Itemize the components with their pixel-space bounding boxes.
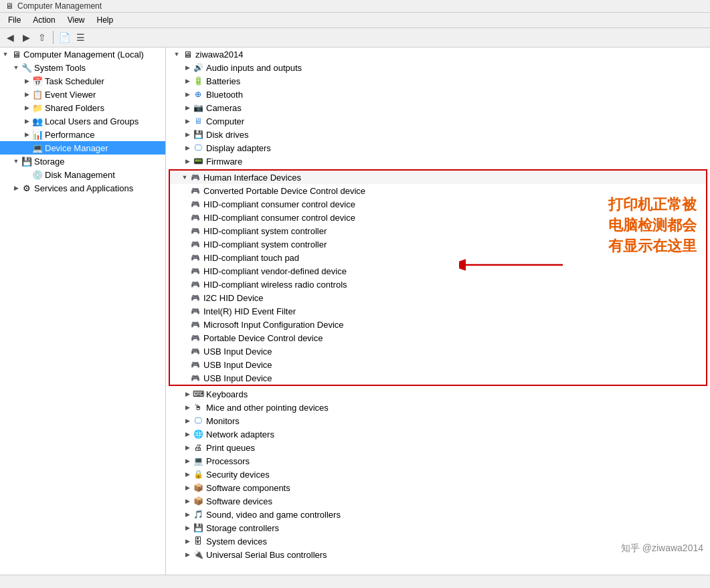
show-hide-button[interactable]: 📄 [57, 30, 72, 45]
menu-help[interactable]: Help [92, 14, 119, 26]
device-print[interactable]: 🖨 Print queues [166, 441, 710, 454]
hid-child-label-10: Intel(R) HID Event Filter [203, 306, 296, 316]
device-disk-drives[interactable]: 💾 Disk drives [166, 128, 710, 141]
hid-vendor[interactable]: 🎮 HID-compliant vendor-defined device [170, 264, 706, 278]
up-button[interactable]: ⇧ [35, 30, 50, 45]
hid-system-1[interactable]: 🎮 HID-compliant system controller [170, 224, 706, 237]
keyboards-label: Keyboards [206, 389, 248, 399]
device-bluetooth[interactable]: ⊕ Bluetooth [166, 88, 710, 101]
menu-file[interactable]: File [3, 14, 26, 26]
cameras-expand [182, 102, 193, 113]
device-computer[interactable]: 🖥 Computer [166, 114, 710, 128]
local-users-label: Local Users and Groups [45, 116, 139, 126]
device-display[interactable]: 🖵 Display adapters [166, 141, 710, 155]
forward-button[interactable]: ▶ [19, 30, 33, 45]
hid-child-icon-4: 🎮 [190, 225, 201, 236]
print-label: Print queues [206, 443, 255, 453]
cameras-icon: 📷 [193, 102, 203, 113]
device-cameras[interactable]: 📷 Cameras [166, 101, 710, 114]
device-network[interactable]: 🌐 Network adapters [166, 427, 710, 441]
back-button[interactable]: ◀ [3, 30, 17, 45]
device-security[interactable]: 🔒 Security devices [166, 468, 710, 481]
menu-action[interactable]: Action [27, 14, 60, 26]
hid-usb-2[interactable]: 🎮 USB Input Device [170, 358, 706, 371]
device-sw-devices[interactable]: 📦 Software devices [166, 494, 710, 508]
root-device-node[interactable]: 🖥 ziwawa2014 [166, 47, 710, 61]
device-usb[interactable]: 🔌 Universal Serial Bus controllers [166, 548, 710, 561]
device-processors[interactable]: 💻 Processors [166, 454, 710, 468]
sw-devices-label: Software devices [206, 496, 272, 506]
device-storage-ctrl[interactable]: 💾 Storage controllers [166, 521, 710, 534]
main-area: 🖥 Computer Management (Local) 🔧 System T… [0, 47, 710, 575]
device-system[interactable]: 🗄 System devices [166, 534, 710, 548]
hid-touch-pad[interactable]: 🎮 HID-compliant touch pad [170, 251, 706, 264]
disk-mgmt-label: Disk Management [45, 170, 115, 180]
hid-wireless[interactable]: 🎮 HID-compliant wireless radio controls [170, 278, 706, 291]
menu-view[interactable]: View [62, 14, 90, 26]
computer-label: Computer [206, 116, 244, 126]
computer-icon: 🖥 [11, 49, 21, 60]
local-users-item[interactable]: 👥 Local Users and Groups [0, 114, 165, 128]
bluetooth-expand [182, 89, 193, 100]
device-mice[interactable]: 🖱 Mice and other pointing devices [166, 401, 710, 414]
device-manager-item[interactable]: 💻 Device Manager [0, 141, 165, 155]
hid-usb-3[interactable]: 🎮 USB Input Device [170, 371, 706, 385]
device-manager-label: Device Manager [45, 143, 108, 153]
hid-child-icon-14: 🎮 [190, 359, 201, 370]
audio-expand [182, 62, 193, 73]
hid-intel[interactable]: 🎮 Intel(R) HID Event Filter [170, 304, 706, 318]
device-keyboards[interactable]: ⌨ Keyboards [166, 387, 710, 401]
device-batteries[interactable]: 🔋 Batteries [166, 74, 710, 88]
device-firmware[interactable]: 📟 Firmware [166, 155, 710, 168]
disk-mgmt-icon: 💿 [32, 169, 43, 180]
services-item[interactable]: ⚙ Services and Applications [0, 181, 165, 195]
performance-item[interactable]: 📊 Performance [0, 128, 165, 141]
device-sound[interactable]: 🎵 Sound, video and game controllers [166, 508, 710, 521]
disk-mgmt-item[interactable]: 💿 Disk Management [0, 168, 165, 181]
disk-drives-expand [182, 129, 193, 140]
services-icon: ⚙ [21, 183, 32, 193]
system-label: System devices [206, 536, 267, 547]
sw-devices-expand [182, 496, 193, 506]
device-audio[interactable]: 🔊 Audio inputs and outputs [166, 61, 710, 74]
performance-icon: 📊 [32, 129, 43, 140]
storage-item[interactable]: 💾 Storage [0, 155, 165, 168]
storage-ctrl-expand [182, 522, 193, 533]
firmware-label: Firmware [206, 157, 242, 167]
event-viewer-label: Event Viewer [45, 90, 96, 100]
monitors-expand [182, 415, 193, 426]
tree-root[interactable]: 🖥 Computer Management (Local) [0, 47, 165, 61]
network-icon: 🌐 [193, 429, 203, 439]
device-sw-components[interactable]: 📦 Software components [166, 481, 710, 494]
hid-i2c[interactable]: 🎮 I2C HID Device [170, 291, 706, 304]
hid-converted-portable[interactable]: 🎮 Converted Portable Device Control devi… [170, 184, 706, 197]
hid-portable[interactable]: 🎮 Portable Device Control device [170, 331, 706, 345]
system-tools-item[interactable]: 🔧 System Tools [0, 61, 165, 74]
hid-child-icon-13: 🎮 [190, 346, 201, 357]
disk-drives-icon: 💾 [193, 129, 203, 140]
services-arrow [11, 183, 21, 193]
hid-child-label-1: Converted Portable Device Control device [203, 186, 365, 196]
shared-folders-item[interactable]: 📁 Shared Folders [0, 101, 165, 114]
task-scheduler-label: Task Scheduler [45, 76, 104, 86]
hid-consumer-1[interactable]: 🎮 HID-compliant consumer control device [170, 197, 706, 211]
right-panel: 🖥 ziwawa2014 🔊 Audio inputs and outputs … [166, 47, 710, 575]
hid-child-icon-7: 🎮 [190, 266, 201, 276]
local-users-arrow [21, 116, 32, 126]
event-viewer-item[interactable]: 📋 Event Viewer [0, 88, 165, 101]
root-device-icon: 🖥 [182, 49, 193, 60]
bluetooth-icon: ⊕ [193, 89, 203, 100]
hid-consumer-2[interactable]: 🎮 HID-compliant consumer control device [170, 211, 706, 224]
properties-button[interactable]: ☰ [73, 30, 88, 45]
task-scheduler-item[interactable]: 📅 Task Scheduler [0, 74, 165, 88]
device-monitors[interactable]: 🖵 Monitors [166, 414, 710, 427]
hid-usb-1[interactable]: 🎮 USB Input Device [170, 345, 706, 358]
hid-expand [179, 172, 190, 183]
storage-arrow [11, 156, 21, 167]
hid-microsoft-input[interactable]: 🎮 Microsoft Input Configuration Device [170, 318, 706, 331]
hid-system-2[interactable]: 🎮 HID-compliant system controller [170, 237, 706, 251]
storage-label: Storage [34, 157, 65, 167]
sound-expand [182, 509, 193, 520]
device-hid[interactable]: 🎮 Human Interface Devices [170, 171, 706, 184]
hid-child-icon-3: 🎮 [190, 212, 201, 223]
